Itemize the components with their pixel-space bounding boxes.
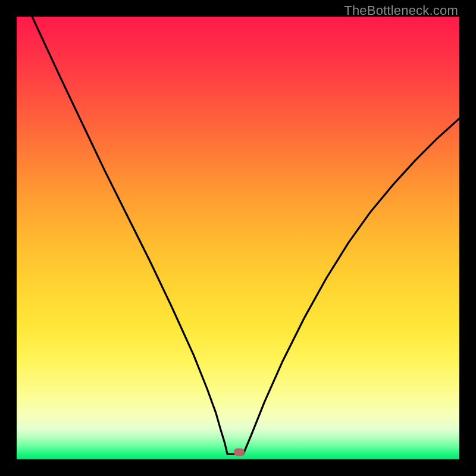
optimal-marker	[234, 449, 245, 456]
bottleneck-curve	[17, 17, 459, 459]
plot-area	[17, 17, 459, 459]
chart-frame: TheBottleneck.com	[0, 0, 476, 476]
curve-path	[32, 17, 459, 454]
